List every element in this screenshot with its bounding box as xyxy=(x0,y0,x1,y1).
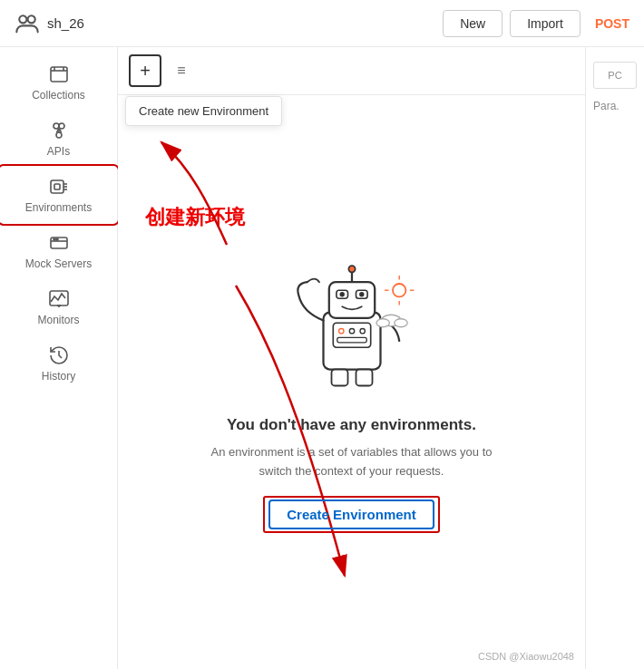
sidebar-label-collections: Collections xyxy=(32,89,85,102)
svg-rect-2 xyxy=(51,67,67,82)
user-icon xyxy=(15,11,40,36)
svg-point-0 xyxy=(19,15,26,23)
header-right: New Import POST xyxy=(443,10,629,37)
history-icon xyxy=(48,344,70,366)
collections-icon xyxy=(48,63,70,85)
right-panel: PC Para. xyxy=(585,47,644,669)
import-button[interactable]: Import xyxy=(510,10,581,37)
svg-point-5 xyxy=(56,132,62,138)
monitors-icon xyxy=(48,288,70,310)
plus-icon: + xyxy=(140,61,151,82)
svg-point-20 xyxy=(359,292,364,296)
tooltip-text: Create new Environment xyxy=(139,104,268,118)
create-environment-link-button[interactable]: Create Environment xyxy=(268,499,434,529)
svg-point-4 xyxy=(59,123,64,129)
watermark: CSDN @Xiaowu2048 xyxy=(478,651,574,662)
params-label: Para. xyxy=(586,96,644,116)
main: Collections APIs Environments xyxy=(0,47,644,669)
empty-title: You don't have any environments. xyxy=(227,416,476,434)
username: sh_26 xyxy=(47,15,84,31)
svg-point-28 xyxy=(393,284,405,296)
sidebar-label-monitors: Monitors xyxy=(37,314,79,326)
apis-icon xyxy=(48,120,70,141)
svg-rect-26 xyxy=(331,370,347,386)
sidebar: Collections APIs Environments xyxy=(0,47,118,669)
create-environment-button[interactable]: + xyxy=(129,54,161,87)
svg-point-16 xyxy=(348,266,355,272)
svg-point-10 xyxy=(56,238,58,240)
post-label: POST xyxy=(595,16,629,31)
sidebar-item-history[interactable]: History xyxy=(0,335,117,392)
create-environment-wrapper: Create Environment xyxy=(268,499,434,529)
sidebar-label-history: History xyxy=(42,370,75,383)
svg-point-35 xyxy=(394,319,406,327)
svg-point-19 xyxy=(339,292,344,296)
mock-servers-icon xyxy=(48,232,70,254)
post-box: PC xyxy=(593,62,637,89)
robot-illustration xyxy=(270,235,434,398)
svg-point-3 xyxy=(54,123,59,129)
filter-icon: ≡ xyxy=(177,63,185,79)
empty-description: An environment is a set of variables tha… xyxy=(207,443,497,481)
sidebar-label-environments: Environments xyxy=(25,201,92,214)
new-button[interactable]: New xyxy=(443,10,503,37)
environments-icon xyxy=(48,176,70,198)
toolbar: + ≡ Create new Environment xyxy=(118,47,585,95)
svg-point-9 xyxy=(54,238,55,240)
svg-rect-14 xyxy=(328,282,374,318)
svg-point-1 xyxy=(28,15,35,23)
header-left: sh_26 xyxy=(15,11,84,36)
svg-point-34 xyxy=(376,319,389,327)
sidebar-item-collections[interactable]: Collections xyxy=(0,54,117,111)
chinese-annotation: 创建新环境 xyxy=(145,204,245,231)
filter-button[interactable]: ≡ xyxy=(169,58,194,83)
svg-rect-6 xyxy=(51,180,63,193)
sidebar-label-mock-servers: Mock Servers xyxy=(25,257,92,270)
sidebar-item-environments[interactable]: Environments xyxy=(0,167,117,223)
sidebar-item-mock-servers[interactable]: Mock Servers xyxy=(0,223,117,279)
sidebar-item-monitors[interactable]: Monitors xyxy=(0,279,117,335)
svg-rect-7 xyxy=(54,184,60,189)
content-area: + ≡ Create new Environment 创建新环境 xyxy=(118,47,585,669)
sidebar-item-apis[interactable]: APIs xyxy=(0,111,117,167)
tooltip-create-env: Create new Environment xyxy=(125,96,282,126)
svg-rect-27 xyxy=(356,370,372,386)
sidebar-label-apis: APIs xyxy=(47,145,70,158)
header: sh_26 New Import POST xyxy=(0,0,644,47)
svg-rect-21 xyxy=(333,323,370,347)
empty-state: 创建新环境 xyxy=(118,95,585,669)
